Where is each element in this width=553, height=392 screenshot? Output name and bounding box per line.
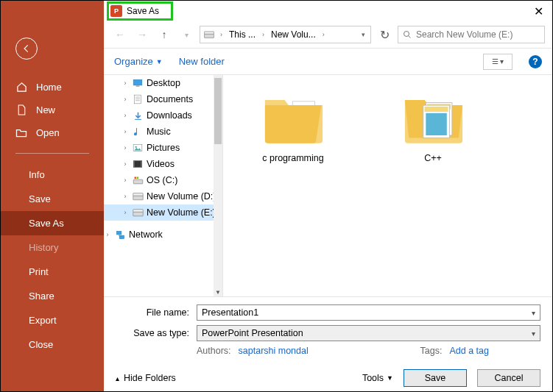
- view-options[interactable]: ☰ ▾: [483, 54, 513, 70]
- sidebar-item-info[interactable]: Info: [1, 163, 104, 187]
- new-folder-button[interactable]: New folder: [179, 56, 225, 67]
- tree-node[interactable]: ›Music: [104, 124, 222, 140]
- expand-caret[interactable]: ›: [121, 79, 129, 87]
- nav-new[interactable]: New: [1, 99, 104, 121]
- address-bar[interactable]: › This ... › New Volu... › ▾: [200, 26, 371, 43]
- filename-dropdown[interactable]: ▾: [526, 309, 535, 317]
- nav-recent-dropdown[interactable]: ▾: [177, 26, 195, 43]
- filename-input[interactable]: Presentation1 ▾: [197, 304, 540, 321]
- vid-icon: [132, 158, 144, 170]
- tools-menu[interactable]: Tools ▼: [362, 373, 393, 383]
- tree-node[interactable]: ›Network: [104, 227, 222, 243]
- tree-scrollbar[interactable]: ▲ ▼: [214, 75, 222, 296]
- drive-icon: [132, 190, 144, 202]
- folder-item[interactable]: c programming: [245, 88, 341, 163]
- authors-label: Authors:: [197, 346, 231, 356]
- folder-label: C++: [424, 153, 442, 163]
- tree-node[interactable]: ›Downloads: [104, 107, 222, 124]
- svg-rect-4: [136, 86, 140, 87]
- search-icon: [403, 30, 412, 39]
- addr-dropdown[interactable]: ▾: [359, 31, 367, 38]
- expand-caret[interactable]: ›: [121, 177, 129, 184]
- dialog-navbar: ← → ↑ ▾ › This ... › New Volu... › ▾ ↻ S…: [104, 21, 552, 48]
- authors-value[interactable]: saptarshi mondal: [239, 346, 309, 356]
- tree-node[interactable]: ›OS (C:): [104, 172, 222, 188]
- sidebar-item-history[interactable]: History: [1, 235, 104, 260]
- save-options-panel: File name: Presentation1 ▾ Save as type:…: [104, 296, 552, 391]
- drive-icon: [203, 29, 215, 40]
- tree-node[interactable]: ›Desktop: [104, 75, 222, 91]
- home-icon: [15, 82, 27, 93]
- music-icon: [132, 126, 144, 138]
- save-button[interactable]: Save: [404, 369, 467, 387]
- expand-caret[interactable]: ›: [121, 193, 129, 200]
- filetype-label: Save as type:: [116, 328, 197, 338]
- sidebar-divider: [15, 153, 89, 154]
- tree-node[interactable]: ›Pictures: [104, 140, 222, 156]
- desktop-icon: [132, 77, 144, 89]
- breadcrumb-seg[interactable]: New Volu...: [270, 29, 317, 40]
- search-input[interactable]: Search New Volume (E:): [398, 26, 545, 43]
- svg-rect-14: [141, 160, 142, 167]
- sidebar-item-save[interactable]: Save: [1, 187, 104, 211]
- nav-home[interactable]: Home: [1, 76, 104, 99]
- hide-folders-toggle[interactable]: ▴ Hide Folders: [116, 373, 176, 383]
- dialog-titlebar: P Save As ✕: [104, 1, 552, 21]
- tree-label: Network: [129, 229, 163, 240]
- scroll-thumb[interactable]: [214, 78, 222, 144]
- filetype-dropdown[interactable]: ▾: [526, 329, 535, 338]
- tree-node[interactable]: ›Documents: [104, 91, 222, 107]
- tree-node[interactable]: ›New Volume (E:): [104, 204, 222, 221]
- doc-icon: [132, 93, 144, 105]
- svg-rect-12: [133, 160, 142, 167]
- svg-rect-22: [133, 209, 142, 212]
- svg-rect-13: [133, 160, 135, 167]
- expand-caret[interactable]: ›: [121, 209, 129, 216]
- filetype-select[interactable]: PowerPoint Presentation ▾: [197, 325, 540, 341]
- sidebar-item-close[interactable]: Close: [1, 332, 104, 357]
- nav-up[interactable]: ↑: [155, 26, 173, 43]
- expand-caret[interactable]: ›: [104, 231, 111, 238]
- tree-label: Documents: [147, 94, 193, 104]
- tree-label: Videos: [147, 159, 175, 169]
- tags-value[interactable]: Add a tag: [449, 346, 489, 356]
- nav-label: Open: [36, 127, 60, 138]
- back-button[interactable]: [15, 38, 38, 60]
- nav-forward[interactable]: →: [133, 26, 151, 43]
- tree-label: New Volume (E:): [147, 207, 216, 218]
- scroll-down-arrow[interactable]: ▼: [214, 288, 222, 296]
- folder-content[interactable]: c programmingC++: [223, 75, 552, 296]
- svg-rect-23: [116, 231, 121, 234]
- refresh-button[interactable]: ↻: [376, 26, 393, 43]
- cancel-button[interactable]: Cancel: [477, 369, 540, 387]
- organize-menu[interactable]: Organize ▼: [114, 56, 163, 67]
- nav-label: New: [36, 104, 55, 115]
- nav-back[interactable]: ←: [111, 26, 129, 43]
- tree-label: Music: [147, 126, 171, 137]
- sidebar-item-print[interactable]: Print: [1, 260, 104, 284]
- close-button[interactable]: ✕: [531, 4, 546, 18]
- expand-caret[interactable]: ›: [121, 96, 129, 103]
- chevron-up-icon: ▴: [116, 374, 119, 382]
- expand-caret[interactable]: ›: [121, 144, 129, 152]
- expand-caret[interactable]: ›: [121, 160, 129, 168]
- down-icon: [132, 110, 144, 121]
- expand-caret[interactable]: ›: [121, 112, 129, 119]
- sidebar-item-export[interactable]: Export: [1, 308, 104, 332]
- search-placeholder: Search New Volume (E:): [416, 29, 513, 40]
- svg-rect-16: [134, 177, 136, 179]
- tree-label: Downloads: [147, 110, 192, 121]
- sidebar-item-saveas[interactable]: Save As: [1, 211, 104, 235]
- expand-caret[interactable]: ›: [121, 128, 129, 135]
- tree-node[interactable]: ›Videos: [104, 156, 222, 172]
- folder-item[interactable]: C++: [385, 88, 481, 163]
- help-button[interactable]: ?: [529, 55, 542, 68]
- network-icon: [114, 229, 126, 240]
- breadcrumb-seg[interactable]: This ...: [228, 29, 257, 40]
- pic-icon: [132, 142, 144, 154]
- svg-rect-20: [133, 193, 142, 196]
- nav-open[interactable]: Open: [1, 121, 104, 144]
- sidebar-item-share[interactable]: Share: [1, 284, 104, 308]
- tree-node[interactable]: ›New Volume (D:): [104, 188, 222, 204]
- new-icon: [15, 104, 27, 115]
